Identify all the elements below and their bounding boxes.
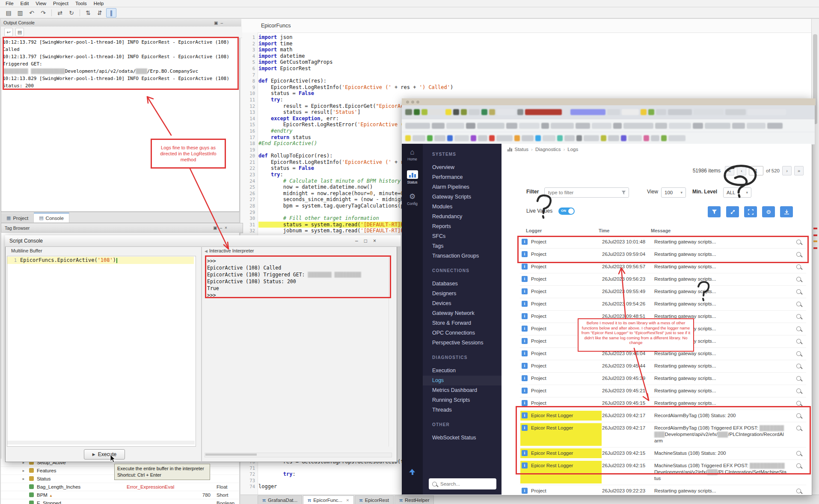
view-dropdown[interactable]: 100▾ (661, 187, 686, 198)
nav-item-running-scripts[interactable]: Running Scripts (423, 395, 501, 405)
download-button[interactable] (780, 206, 793, 217)
column-header-message[interactable]: Message (651, 228, 791, 233)
collapse-icon[interactable]: ◀ (205, 249, 208, 253)
row-search-button[interactable] (791, 301, 806, 307)
tag-row[interactable]: Bag_Length_InchesError_ExpressionEvalFlo… (1, 483, 239, 491)
page-input[interactable] (749, 166, 763, 175)
tag-row[interactable]: E_StoppedBoolean (1, 499, 239, 504)
min-level-dropdown[interactable]: ALL▾ (723, 187, 751, 198)
expand-arrow-icon[interactable] (18, 499, 29, 504)
dock-tab-project[interactable]: ▦Project (1, 213, 34, 222)
log-table-row[interactable]: iProject26Jul2023 09:56:57Restarting gat… (520, 261, 806, 273)
refresh-icon[interactable]: ↻ (66, 8, 77, 18)
scroll-to-top-button[interactable] (409, 469, 416, 476)
column-header-logger[interactable]: Logger (526, 228, 599, 233)
buffer-scrollbar[interactable] (7, 441, 195, 445)
row-search-button[interactable] (791, 251, 806, 258)
code-lines-fragment[interactable]: 70 res = GetCustomTagProps.GetResourceID… (240, 459, 401, 490)
buffer-lines[interactable]: 1EpicorFuncs.EpicorActive('108') (7, 257, 194, 264)
row-search-button[interactable] (791, 375, 806, 382)
save-all-icon[interactable]: ▥ (15, 8, 25, 18)
row-search-button[interactable] (791, 363, 806, 369)
prev-page-button[interactable]: ‹ (737, 166, 746, 175)
filter-field[interactable] (544, 187, 629, 198)
nav-item-databases[interactable]: Databases (423, 279, 501, 289)
nav-item-threads[interactable]: Threads (423, 405, 501, 415)
search-input[interactable] (439, 481, 488, 487)
interpreter-vscrollbar[interactable] (389, 256, 393, 447)
nav-item-store-forward[interactable]: Store & Forward (423, 318, 501, 328)
buffer-line[interactable]: 1EpicorFuncs.EpicorActive('108') (7, 257, 194, 264)
compare-icon[interactable]: ⇄ (55, 8, 65, 18)
nav-item-alarm-pipelines[interactable]: Alarm Pipelines (423, 182, 501, 192)
row-search-button[interactable] (791, 350, 806, 357)
log-table-row[interactable]: iProject26Jul2023 09:45:39Restarting gat… (520, 373, 806, 385)
row-search-button[interactable] (791, 313, 806, 320)
float-panel-icon[interactable]: ▣ (213, 225, 217, 230)
log-table-row[interactable]: iEpicor Rest Logger26Jul2023 09:42:17Rec… (520, 410, 806, 422)
float-panel-icon[interactable]: ▣ (214, 21, 218, 25)
row-search-button[interactable] (791, 425, 806, 444)
nav-item-tags[interactable]: Tags (423, 241, 501, 251)
menu-help[interactable]: Help (91, 1, 107, 6)
minimize-panel-icon[interactable]: – (220, 225, 222, 230)
log-table-row[interactable]: iProject26Jul2023 09:56:23Restarting gat… (520, 273, 806, 286)
log-table-row[interactable]: iEpicor Rest Logger26Jul2023 09:42:17Rec… (520, 422, 806, 448)
file-tab-resthelper[interactable]: πRestHelper (395, 495, 434, 504)
log-table-row[interactable]: iProject26Jul2023 09:45:21Restarting gat… (520, 385, 806, 397)
close-window-icon[interactable]: × (373, 238, 376, 244)
nav-item-logs[interactable]: Logs (423, 376, 501, 385)
maximize-window-icon[interactable]: □ (364, 238, 367, 244)
row-search-button[interactable] (791, 488, 806, 494)
sort-up-icon[interactable]: ⇅ (83, 8, 93, 18)
minimize-window-icon[interactable]: – (355, 238, 358, 244)
row-search-button[interactable] (791, 326, 806, 332)
rail-item-config[interactable]: ⚙Config (402, 188, 423, 210)
next-page-button[interactable]: › (782, 166, 792, 175)
minimize-panel-icon[interactable]: – (220, 21, 223, 25)
pane-splitter[interactable] (201, 246, 202, 461)
execute-button[interactable]: ▶ Execute (84, 449, 125, 460)
row-search-button[interactable] (791, 450, 806, 457)
interpreter-hscrollbar-thumb[interactable] (205, 454, 257, 456)
row-search-button[interactable] (791, 276, 806, 282)
nav-item-modules[interactable]: Modules (423, 202, 501, 212)
close-tab-icon[interactable]: × (346, 498, 349, 503)
nav-item-perspective-sessions[interactable]: Perspective Sessions (423, 338, 501, 348)
expand-button[interactable] (726, 206, 739, 217)
row-search-button[interactable] (791, 412, 806, 419)
settings-button[interactable]: ⚙ (762, 206, 775, 217)
filter-input[interactable] (547, 190, 621, 196)
log-table-row[interactable]: iEpicor Rest Logger26Jul2023 09:42:15Mac… (520, 460, 806, 485)
wrap-lines-icon[interactable]: ↩ (4, 28, 13, 36)
file-tab-epicorfunc[interactable]: πEpicorFunc...× (303, 495, 354, 504)
breadcrumb-diagnostics[interactable]: Diagnostics (535, 147, 561, 152)
row-search-button[interactable] (791, 264, 806, 270)
live-values-toggle[interactable]: ON (558, 208, 575, 215)
nav-item-execution[interactable]: Execution (423, 366, 501, 376)
expand-arrow-icon[interactable]: ▸ (18, 467, 29, 474)
expand-arrow-icon[interactable]: ▸ (18, 475, 29, 483)
menu-view[interactable]: View (33, 1, 49, 6)
log-table-row[interactable]: iProject26Jul2023 09:54:26Restarting gat… (520, 298, 806, 311)
nav-item-opc-connections[interactable]: OPC Connections (423, 328, 501, 338)
nav-item-overview[interactable]: Overview (423, 163, 501, 172)
log-table-row[interactable]: iEpicor Rest Logger26Jul2023 09:42:15Mac… (520, 448, 806, 460)
tag-row[interactable]: BPM▲780Short (1, 491, 239, 499)
nav-item-designers[interactable]: Designers (423, 289, 501, 299)
log-table-row[interactable]: iProject26Jul2023 09:45:44Restarting gat… (520, 360, 806, 373)
last-page-button[interactable]: » (794, 166, 804, 175)
row-search-button[interactable] (791, 239, 806, 245)
expand-arrow-icon[interactable] (18, 483, 29, 491)
column-header-time[interactable]: Time (599, 228, 651, 233)
menu-file[interactable]: File (3, 1, 17, 6)
sort-down-icon[interactable]: ⇵ (95, 8, 105, 18)
nav-item-metrics-dashboard[interactable]: Metrics Dashboard (423, 385, 501, 395)
row-search-button[interactable] (791, 388, 806, 394)
nav-item-gateway-network[interactable]: Gateway Network (423, 308, 501, 318)
redo-icon[interactable]: ↷ (38, 8, 48, 18)
log-table-row[interactable]: iProject26Jul2023 10:01:48Restarting gat… (520, 236, 806, 249)
breadcrumb-logs[interactable]: Logs (567, 147, 578, 152)
menu-tools[interactable]: Tools (72, 1, 90, 6)
close-panel-icon[interactable]: × (225, 225, 227, 230)
